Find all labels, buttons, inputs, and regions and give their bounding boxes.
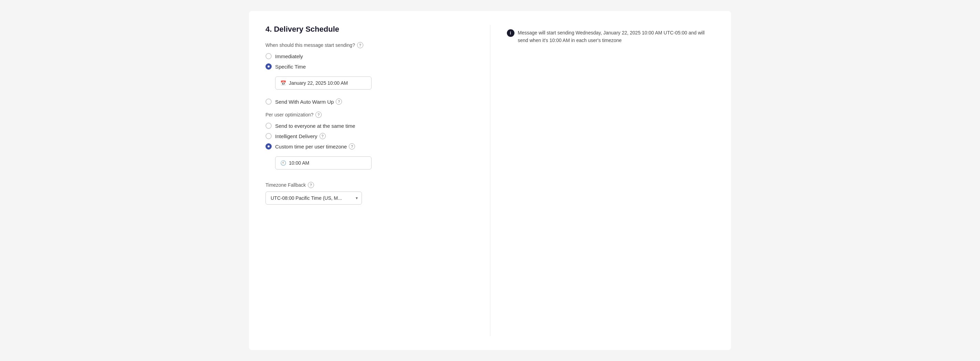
same-time-option[interactable]: Send to everyone at the same time — [266, 122, 474, 129]
timezone-select-wrapper: UTC-08:00 Pacific Time (US, M... UTC-05:… — [266, 191, 474, 205]
specific-time-option[interactable]: Specific Time — [266, 64, 474, 70]
timezone-section: Timezone Fallback ? UTC-08:00 Pacific Ti… — [266, 182, 474, 205]
date-input[interactable]: 📅 January 22, 2025 10:00 AM — [275, 76, 372, 89]
calendar-icon: 📅 — [280, 80, 286, 86]
info-icon: i — [507, 29, 514, 37]
intelligent-help-icon[interactable]: ? — [320, 133, 326, 139]
same-time-label[interactable]: Send to everyone at the same time — [275, 123, 355, 129]
immediately-radio[interactable] — [266, 53, 272, 59]
per-user-radio-group: Send to everyone at the same time Intell… — [266, 122, 474, 176]
custom-timezone-option[interactable]: Custom time per user timezone ? — [266, 143, 474, 149]
same-time-radio[interactable] — [266, 122, 272, 129]
warm-up-radio[interactable] — [266, 99, 272, 105]
intelligent-delivery-option[interactable]: Intelligent Delivery ? — [266, 133, 474, 139]
time-value: 10:00 AM — [289, 160, 309, 166]
date-input-wrapper: 📅 January 22, 2025 10:00 AM — [275, 76, 474, 89]
immediately-option[interactable]: Immediately — [266, 53, 474, 59]
intelligent-radio[interactable] — [266, 133, 272, 139]
specific-time-radio[interactable] — [266, 64, 272, 70]
specific-time-label[interactable]: Specific Time — [275, 64, 306, 70]
timezone-select-container: UTC-08:00 Pacific Time (US, M... UTC-05:… — [266, 191, 362, 205]
date-value: January 22, 2025 10:00 AM — [289, 80, 348, 86]
custom-timezone-label[interactable]: Custom time per user timezone ? — [275, 143, 355, 149]
time-input[interactable]: 🕙 10:00 AM — [275, 156, 372, 170]
warm-up-option[interactable]: Send With Auto Warm Up ? — [266, 99, 474, 105]
warm-up-label[interactable]: Send With Auto Warm Up ? — [275, 99, 342, 105]
intelligent-label[interactable]: Intelligent Delivery ? — [275, 133, 326, 139]
info-box: i Message will start sending Wednesday, … — [507, 27, 715, 46]
info-message: Message will start sending Wednesday, Ja… — [518, 29, 715, 45]
timezone-fallback-help-icon[interactable]: ? — [308, 182, 314, 188]
custom-timezone-help-icon[interactable]: ? — [349, 143, 355, 149]
clock-icon: 🕙 — [280, 160, 286, 166]
section-title: 4. Delivery Schedule — [266, 25, 474, 34]
time-input-wrapper: 🕙 10:00 AM — [275, 156, 474, 170]
timezone-label: Timezone Fallback ? — [266, 182, 474, 188]
per-user-label: Per user optimization? ? — [266, 111, 474, 118]
timezone-select[interactable]: UTC-08:00 Pacific Time (US, M... UTC-05:… — [266, 191, 362, 205]
custom-timezone-radio[interactable] — [266, 143, 272, 149]
start-sending-help-icon[interactable]: ? — [357, 42, 363, 48]
start-time-radio-group: Immediately Specific Time 📅 January 22, … — [266, 53, 474, 105]
right-panel: i Message will start sending Wednesday, … — [490, 25, 715, 336]
immediately-label[interactable]: Immediately — [275, 53, 303, 59]
warm-up-help-icon[interactable]: ? — [336, 99, 342, 105]
per-user-help-icon[interactable]: ? — [315, 111, 321, 118]
start-sending-label: When should this message start sending? … — [266, 42, 474, 48]
